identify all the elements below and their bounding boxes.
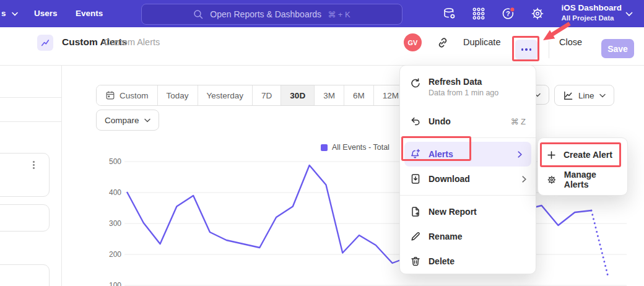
date-range-custom[interactable]: Custom: [97, 85, 157, 105]
trash-icon: [410, 256, 421, 267]
sidebar-card[interactable]: [0, 264, 50, 286]
card-kebab-menu-icon[interactable]: [30, 158, 37, 171]
sidebar-card[interactable]: [0, 204, 50, 232]
project-scope: All Project Data: [561, 14, 622, 22]
bell-plus-icon: [410, 149, 421, 160]
search-placeholder: Open Reports & Dashboards: [210, 9, 321, 19]
date-range-today[interactable]: Today: [157, 85, 198, 105]
legend-swatch: [321, 144, 328, 151]
date-range-3m[interactable]: 3M: [314, 85, 344, 105]
svg-text:200: 200: [109, 250, 121, 259]
download-icon: [410, 173, 421, 184]
nav-item-events[interactable]: Events: [76, 9, 103, 18]
notification-dot: [510, 7, 515, 12]
close-button[interactable]: Close: [559, 37, 582, 47]
chart-legend: All Events - Total: [321, 143, 389, 152]
refresh-data-timestamp: Data from 1 min ago: [429, 89, 498, 97]
nav-item-users[interactable]: Users: [34, 9, 58, 18]
date-range-yesterday[interactable]: Yesterday: [198, 85, 253, 105]
refresh-icon: [410, 78, 421, 89]
report-header: Custom Alerts Custom Alerts GV Duplicate…: [0, 27, 644, 66]
apps-grid-icon[interactable]: [472, 7, 485, 20]
avatar[interactable]: GV: [404, 33, 422, 51]
svg-text:300: 300: [109, 219, 121, 228]
undo-icon: [410, 116, 421, 127]
project-switcher[interactable]: iOS Dashboard All Project Data: [561, 3, 622, 22]
divider: [549, 41, 549, 58]
menu-item-delete[interactable]: Delete: [400, 249, 536, 274]
menu-item-rename[interactable]: Rename: [400, 224, 536, 249]
chevron-down-icon[interactable]: [625, 12, 633, 17]
alerts-submenu: Create Alert Manage Alerts: [537, 137, 628, 196]
compare-button[interactable]: Compare: [96, 110, 159, 131]
svg-text:400: 400: [109, 188, 121, 197]
share-link-icon[interactable]: [437, 37, 449, 49]
submenu-item-manage-alerts[interactable]: Manage Alerts: [538, 167, 627, 192]
chevron-down-icon: [144, 118, 150, 123]
legend-label: All Events - Total: [332, 143, 389, 152]
help-icon[interactable]: ?: [502, 7, 515, 20]
menu-item-download[interactable]: Download: [400, 167, 536, 191]
pencil-icon: [410, 231, 421, 242]
document-plus-icon: [410, 206, 421, 217]
search-shortcut: ⌘ + K: [328, 10, 350, 19]
settings-gear-icon[interactable]: [531, 7, 544, 20]
sidebar-row-divider: [0, 97, 61, 98]
nav-item-truncated[interactable]: s: [1, 9, 18, 18]
global-search-input[interactable]: Open Reports & Dashboards ⌘ + K: [141, 4, 402, 25]
duplicate-button[interactable]: Duplicate: [463, 37, 500, 47]
search-icon: [193, 9, 204, 20]
menu-item-refresh-data[interactable]: Refresh Data Data from 1 min ago: [400, 72, 536, 109]
plus-icon: [547, 150, 556, 160]
project-name: iOS Dashboard: [561, 3, 622, 14]
date-range-selector: Custom Today Yesterday 7D 30D 3M 6M 12M: [96, 85, 408, 106]
sidebar-divider: [61, 65, 62, 286]
report-type-icon: [37, 35, 53, 51]
menu-item-undo[interactable]: Undo ⌘ Z: [400, 109, 536, 134]
date-range-30d-selected[interactable]: 30D: [281, 85, 314, 105]
date-range-6m[interactable]: 6M: [344, 85, 373, 105]
menu-item-alerts[interactable]: Alerts: [404, 142, 531, 167]
chevron-right-icon: [518, 151, 522, 158]
breadcrumb: Custom Alerts: [104, 37, 160, 47]
chevron-down-icon: [12, 13, 17, 15]
gear-icon: [547, 175, 557, 185]
calendar-icon: [105, 90, 115, 100]
topbar: s Users Events Open Reports & Dashboards…: [0, 0, 644, 27]
svg-text:500: 500: [109, 157, 121, 166]
data-management-icon[interactable]: [443, 7, 456, 20]
chart-type-button[interactable]: Line: [554, 85, 614, 106]
svg-text:100: 100: [109, 281, 121, 286]
submenu-item-create-alert[interactable]: Create Alert: [538, 142, 627, 167]
chevron-right-icon: [522, 176, 526, 183]
save-button[interactable]: Save: [601, 39, 634, 58]
sidebar-row-divider: [0, 121, 61, 122]
more-options-menu: Refresh Data Data from 1 min ago Undo ⌘ …: [399, 65, 536, 274]
chevron-down-icon: [599, 93, 606, 98]
date-range-7d[interactable]: 7D: [252, 85, 281, 105]
app-window: 500400300200100 s Users Events Open Repo…: [0, 0, 644, 286]
undo-shortcut: ⌘ Z: [510, 117, 526, 126]
more-options-button[interactable]: [515, 40, 537, 59]
menu-item-new-report[interactable]: New Report: [400, 199, 536, 224]
line-chart-icon: [563, 90, 573, 101]
sidebar-card[interactable]: [0, 153, 50, 197]
svg-text:?: ?: [506, 10, 510, 17]
